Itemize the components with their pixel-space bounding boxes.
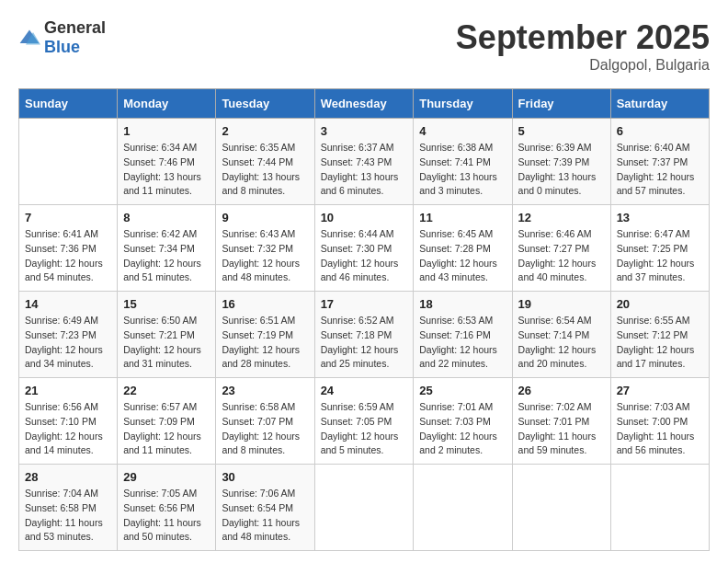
calendar-cell [414,465,512,551]
weekday-header: Saturday [610,89,709,119]
calendar-cell: 2Sunrise: 6:35 AMSunset: 7:44 PMDaylight… [216,119,314,205]
logo-general: General [44,18,106,37]
weekday-header: Friday [512,89,610,119]
day-number: 17 [321,297,408,311]
day-number: 26 [518,384,605,397]
day-info: Sunrise: 6:53 AMSunset: 7:16 PMDaylight:… [419,314,506,372]
day-number: 6 [617,124,703,138]
day-info: Sunrise: 6:35 AMSunset: 7:44 PMDaylight:… [222,141,308,199]
day-number: 20 [617,297,703,311]
calendar-cell: 5Sunrise: 6:39 AMSunset: 7:39 PMDaylight… [512,119,610,205]
day-number: 9 [222,211,308,224]
calendar-cell: 10Sunrise: 6:44 AMSunset: 7:30 PMDayligh… [314,205,414,292]
calendar-cell: 30Sunrise: 7:06 AMSunset: 6:54 PMDayligh… [216,465,314,551]
day-info: Sunrise: 6:38 AMSunset: 7:41 PMDaylight:… [419,141,506,199]
day-number: 1 [123,124,210,138]
calendar-cell: 13Sunrise: 6:47 AMSunset: 7:25 PMDayligh… [610,205,709,292]
day-info: Sunrise: 6:56 AMSunset: 7:10 PMDaylight:… [25,400,111,458]
day-number: 11 [419,211,506,224]
calendar-cell: 23Sunrise: 6:58 AMSunset: 7:07 PMDayligh… [216,378,314,465]
calendar-cell: 15Sunrise: 6:50 AMSunset: 7:21 PMDayligh… [118,292,216,378]
calendar-cell: 24Sunrise: 6:59 AMSunset: 7:05 PMDayligh… [314,378,414,465]
calendar-cell: 9Sunrise: 6:43 AMSunset: 7:32 PMDaylight… [216,205,314,292]
day-info: Sunrise: 6:40 AMSunset: 7:37 PMDaylight:… [617,141,703,199]
day-number: 16 [222,297,308,311]
day-info: Sunrise: 6:55 AMSunset: 7:12 PMDaylight:… [617,314,703,372]
day-number: 18 [419,297,506,311]
calendar-cell: 17Sunrise: 6:52 AMSunset: 7:18 PMDayligh… [314,292,414,378]
day-info: Sunrise: 7:01 AMSunset: 7:03 PMDaylight:… [419,400,506,458]
day-info: Sunrise: 6:39 AMSunset: 7:39 PMDaylight:… [518,141,605,199]
calendar-cell [512,465,610,551]
calendar-cell: 26Sunrise: 7:02 AMSunset: 7:01 PMDayligh… [512,378,610,465]
logo-icon [18,29,40,47]
calendar-cell: 7Sunrise: 6:41 AMSunset: 7:36 PMDaylight… [19,205,118,292]
day-number: 12 [518,211,605,224]
day-info: Sunrise: 6:34 AMSunset: 7:46 PMDaylight:… [123,141,210,199]
day-info: Sunrise: 6:52 AMSunset: 7:18 PMDaylight:… [321,314,408,372]
day-number: 15 [123,297,210,311]
calendar-week-row: 28Sunrise: 7:04 AMSunset: 6:58 PMDayligh… [19,465,710,551]
day-info: Sunrise: 6:54 AMSunset: 7:14 PMDaylight:… [518,314,605,372]
day-number: 25 [419,384,506,397]
day-info: Sunrise: 6:58 AMSunset: 7:07 PMDaylight:… [222,400,308,458]
calendar-cell: 8Sunrise: 6:42 AMSunset: 7:34 PMDaylight… [118,205,216,292]
day-info: Sunrise: 6:59 AMSunset: 7:05 PMDaylight:… [321,400,408,458]
day-number: 8 [123,211,210,224]
day-number: 21 [25,384,111,397]
calendar-cell: 14Sunrise: 6:49 AMSunset: 7:23 PMDayligh… [19,292,118,378]
weekday-header: Thursday [414,89,512,119]
calendar-table: SundayMondayTuesdayWednesdayThursdayFrid… [18,88,710,551]
day-number: 23 [222,384,308,397]
day-info: Sunrise: 7:06 AMSunset: 6:54 PMDaylight:… [222,487,308,545]
day-info: Sunrise: 6:45 AMSunset: 7:28 PMDaylight:… [419,227,506,285]
weekday-header-row: SundayMondayTuesdayWednesdayThursdayFrid… [19,89,710,119]
month-title: September 2025 [456,18,710,57]
day-number: 10 [321,211,408,224]
weekday-header: Sunday [19,89,118,119]
calendar-week-row: 21Sunrise: 6:56 AMSunset: 7:10 PMDayligh… [19,378,710,465]
day-number: 28 [25,470,111,484]
calendar-cell [19,119,118,205]
logo-blue: Blue [44,38,80,56]
calendar-cell: 29Sunrise: 7:05 AMSunset: 6:56 PMDayligh… [118,465,216,551]
title-block: September 2025 Dalgopol, Bulgaria [456,18,710,74]
day-info: Sunrise: 6:44 AMSunset: 7:30 PMDaylight:… [321,227,408,285]
calendar-cell: 6Sunrise: 6:40 AMSunset: 7:37 PMDaylight… [610,119,709,205]
day-info: Sunrise: 6:51 AMSunset: 7:19 PMDaylight:… [222,314,308,372]
logo-text: General Blue [44,18,106,57]
day-number: 7 [25,211,111,224]
day-number: 24 [321,384,408,397]
weekday-header: Monday [118,89,216,119]
day-info: Sunrise: 6:43 AMSunset: 7:32 PMDaylight:… [222,227,308,285]
day-info: Sunrise: 6:37 AMSunset: 7:43 PMDaylight:… [321,141,408,199]
day-info: Sunrise: 6:41 AMSunset: 7:36 PMDaylight:… [25,227,111,285]
day-info: Sunrise: 7:05 AMSunset: 6:56 PMDaylight:… [123,487,210,545]
calendar-cell: 1Sunrise: 6:34 AMSunset: 7:46 PMDaylight… [118,119,216,205]
calendar-cell: 22Sunrise: 6:57 AMSunset: 7:09 PMDayligh… [118,378,216,465]
calendar-cell [314,465,414,551]
day-number: 5 [518,124,605,138]
calendar-cell: 4Sunrise: 6:38 AMSunset: 7:41 PMDaylight… [414,119,512,205]
day-info: Sunrise: 6:47 AMSunset: 7:25 PMDaylight:… [617,227,703,285]
calendar-cell: 12Sunrise: 6:46 AMSunset: 7:27 PMDayligh… [512,205,610,292]
calendar-cell: 18Sunrise: 6:53 AMSunset: 7:16 PMDayligh… [414,292,512,378]
day-number: 29 [123,470,210,484]
calendar-week-row: 7Sunrise: 6:41 AMSunset: 7:36 PMDaylight… [19,205,710,292]
calendar-cell: 3Sunrise: 6:37 AMSunset: 7:43 PMDaylight… [314,119,414,205]
day-number: 14 [25,297,111,311]
day-info: Sunrise: 6:50 AMSunset: 7:21 PMDaylight:… [123,314,210,372]
page-header: General Blue September 2025 Dalgopol, Bu… [18,18,710,74]
day-info: Sunrise: 6:49 AMSunset: 7:23 PMDaylight:… [25,314,111,372]
day-number: 22 [123,384,210,397]
calendar-week-row: 1Sunrise: 6:34 AMSunset: 7:46 PMDaylight… [19,119,710,205]
calendar-cell: 25Sunrise: 7:01 AMSunset: 7:03 PMDayligh… [414,378,512,465]
logo: General Blue [18,18,106,57]
calendar-cell: 11Sunrise: 6:45 AMSunset: 7:28 PMDayligh… [414,205,512,292]
weekday-header: Wednesday [314,89,414,119]
calendar-cell: 19Sunrise: 6:54 AMSunset: 7:14 PMDayligh… [512,292,610,378]
day-number: 3 [321,124,408,138]
day-number: 13 [617,211,703,224]
day-info: Sunrise: 6:42 AMSunset: 7:34 PMDaylight:… [123,227,210,285]
day-number: 30 [222,470,308,484]
